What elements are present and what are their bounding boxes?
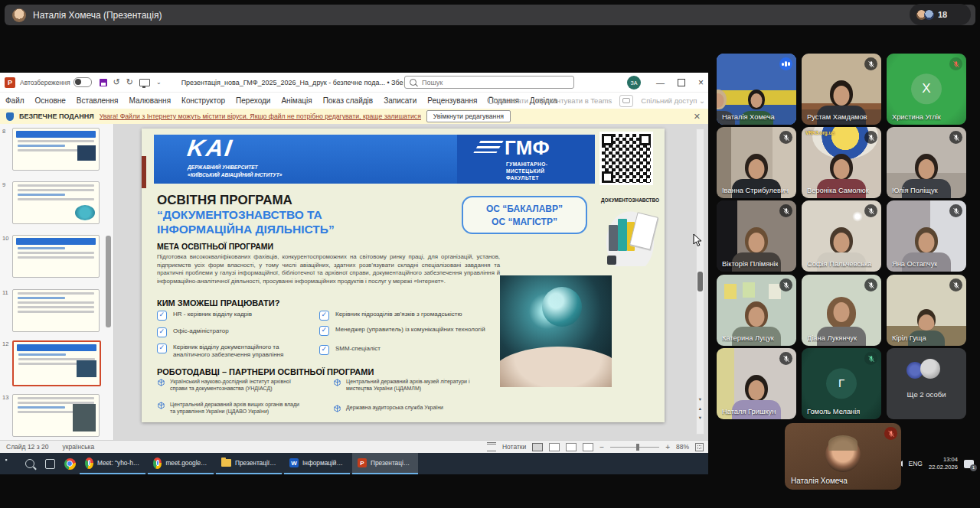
participant-tile[interactable]: Діана Лукянчук: [802, 275, 881, 346]
windows-logo-icon: [5, 459, 9, 463]
zoom-in-icon[interactable]: +: [665, 443, 670, 451]
notification-icon[interactable]: 1: [964, 460, 974, 468]
taskbar-item-meet-google[interactable]: meet.google.com ...: [148, 453, 214, 474]
task-view-button[interactable]: [40, 453, 60, 474]
normal-view-icon[interactable]: [532, 443, 543, 451]
clock[interactable]: 13:0422.02.2026: [929, 456, 958, 472]
language-indicator[interactable]: українська: [62, 443, 94, 451]
taskbar-item-meet[interactable]: Meet: "yho-hcfy-itt"...: [80, 453, 145, 474]
slideshow-icon[interactable]: [583, 443, 593, 451]
participant-tile[interactable]: Наталя Гришкун: [717, 348, 796, 419]
thumbnail-scrollbar[interactable]: [106, 236, 111, 327]
undo-icon[interactable]: ↺: [113, 77, 120, 87]
cube-icon: [157, 379, 165, 387]
mic-off-icon: [949, 57, 962, 70]
zoom-level[interactable]: 88%: [676, 443, 689, 451]
customize-toolbar-icon[interactable]: ⌄: [156, 79, 162, 86]
participant-tile[interactable]: Софія Пальчевська: [802, 200, 881, 272]
start-presentation-icon[interactable]: [139, 79, 150, 86]
participant-tile[interactable]: X Христина Углік: [887, 54, 966, 125]
enable-editing-button[interactable]: Увімкнути редагування: [426, 110, 511, 122]
comments-icon[interactable]: [619, 95, 633, 107]
university-name: ДЕРЖАВНИЙ УНІВЕРСИТЕТ «КИЇВСЬКИЙ АВІАЦІЙ…: [188, 164, 282, 178]
tab-transitions[interactable]: Переходи: [230, 93, 276, 109]
autosave-toggle[interactable]: [74, 77, 92, 87]
redo-icon[interactable]: ↻: [126, 77, 133, 87]
tab-home[interactable]: Основне: [30, 93, 71, 109]
letter-avatar: Г: [826, 368, 857, 399]
zoom-slider[interactable]: [610, 447, 659, 448]
slide-canvas[interactable]: KAI ДЕРЖАВНИЙ УНІВЕРСИТЕТ «КИЇВСЬКИЙ АВІ…: [142, 129, 665, 422]
minimize-button[interactable]: —: [656, 78, 665, 87]
taskbar-item-folder[interactable]: Презентації ГМФ: [216, 453, 282, 474]
zoom-slider-knob[interactable]: [636, 444, 639, 451]
present-in-teams-button[interactable]: Презентувати в Teams: [536, 96, 612, 105]
participant-tile[interactable]: Вікторія Плімянік: [717, 200, 796, 272]
next-slide-icon[interactable]: ▾: [697, 415, 704, 421]
taskbar-item-powerpoint[interactable]: PПрезентація_нова...: [352, 453, 418, 474]
tab-animations[interactable]: Анімація: [276, 93, 317, 109]
tab-slideshow[interactable]: Показ слайдів: [318, 93, 379, 109]
language-switcher[interactable]: ENG: [909, 460, 923, 467]
slide-thumbnail[interactable]: [12, 235, 100, 278]
tab-draw[interactable]: Малювання: [124, 93, 177, 109]
slide-thumbnail[interactable]: [12, 181, 100, 224]
job-item: Керівник підрозділів зв’язків з громадсь…: [319, 311, 486, 321]
participant-tile[interactable]: Рустам Хамдамов: [802, 54, 881, 125]
meta-text: Підготовка висококваліфікованих фахівців…: [157, 253, 500, 285]
tab-review[interactable]: Рецензування: [422, 93, 482, 109]
account-avatar[interactable]: ЗА: [627, 76, 641, 90]
tab-file[interactable]: Файл: [0, 93, 30, 109]
slide-thumbnail[interactable]: [12, 128, 100, 171]
scrollbar-thumb[interactable]: [697, 272, 703, 291]
chrome-pinned-button[interactable]: [60, 453, 80, 474]
background-text: VRK3.org.ua: [805, 130, 835, 135]
fit-slide-icon[interactable]: [695, 443, 704, 451]
zoom-out-icon[interactable]: −: [599, 443, 604, 451]
gmf-logo: ГМФ ГУМАНІТАРНО- МИСТЕЦЬКИЙ ФАКУЛЬТЕТ: [457, 135, 595, 184]
participant-tile[interactable]: Яна Остапчук: [887, 200, 966, 272]
presenter-title: Наталія Хомеча (Презентація): [33, 10, 162, 21]
mic-off-icon: [949, 204, 962, 217]
participant-count-pill[interactable]: 18: [910, 4, 971, 25]
taskbar-search-button[interactable]: [20, 453, 40, 474]
tab-insert[interactable]: Вставлення: [71, 93, 124, 109]
restore-button[interactable]: [678, 79, 685, 86]
task-view-icon: [45, 459, 55, 469]
ppt-main-area: 8 9 10 11 12 13 KAI ДЕРЖ: [0, 124, 708, 440]
slide-sorter-icon[interactable]: [549, 443, 560, 451]
participant-tile[interactable]: Наталія Хомеча: [717, 54, 796, 125]
participant-tile[interactable]: Юлія Поліщук: [887, 127, 966, 198]
thumbnail-number: 11: [2, 289, 8, 296]
share-button[interactable]: Спільний доступ ⌄: [641, 96, 705, 105]
slide-thumbnail[interactable]: [12, 394, 100, 437]
search-input[interactable]: [420, 78, 569, 87]
record-button[interactable]: Записати: [487, 96, 528, 105]
participant-tile[interactable]: Катерина Луцук: [717, 275, 796, 346]
slide-thumbnail-selected[interactable]: [12, 340, 101, 386]
reading-view-icon[interactable]: [566, 443, 577, 451]
participant-name: Яна Остапчук: [892, 260, 937, 268]
tab-record[interactable]: Записати: [378, 93, 422, 109]
slide-scrollbar[interactable]: ▾ ▴ ▾: [696, 129, 704, 435]
participant-tile[interactable]: Г Гомоль Меланія: [802, 348, 881, 419]
participant-tile[interactable]: Кіріл Гуща: [887, 275, 966, 346]
dismiss-bar-icon[interactable]: ✕: [694, 112, 701, 122]
more-participants-tile[interactable]: Ще 2 особи: [887, 348, 966, 419]
taskbar-item-word[interactable]: WІнформаційний_а...: [284, 453, 350, 474]
featured-participant-tile[interactable]: Наталія Хомеча: [785, 423, 901, 490]
more-participants-label: Ще 2 особи: [887, 390, 966, 399]
previous-slide-icon[interactable]: ▾: [697, 397, 704, 402]
save-icon[interactable]: [100, 79, 107, 86]
participant-tile[interactable]: VRK3.org.ua Вероніка Самолюк: [802, 127, 881, 198]
notes-button[interactable]: Нотатки: [502, 443, 526, 451]
participant-tile[interactable]: Іванна Стрибулевич: [717, 127, 796, 198]
mic-off-icon: [779, 278, 792, 291]
mic-off-icon: [884, 427, 897, 440]
prev-arrow-icon[interactable]: ▴: [697, 406, 704, 412]
tab-design[interactable]: Конструктор: [176, 93, 230, 109]
slide-thumbnail[interactable]: [12, 289, 100, 332]
start-button[interactable]: [0, 453, 20, 474]
search-box[interactable]: [404, 76, 574, 89]
close-button[interactable]: ×: [698, 77, 704, 88]
